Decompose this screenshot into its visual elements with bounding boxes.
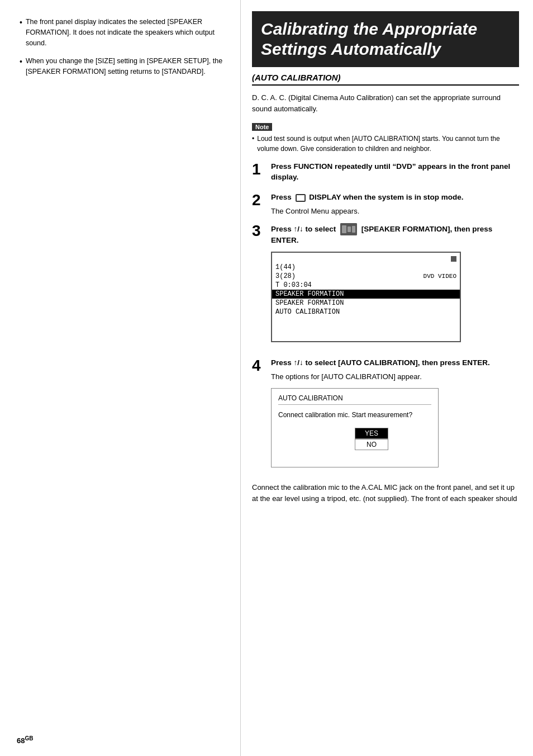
right-column: Calibrating the Appropriate Settings Aut… <box>240 0 533 756</box>
step-4-number: 4 <box>252 358 265 374</box>
cal-buttons: YES NO <box>312 428 431 450</box>
left-column: The front panel display indicates the se… <box>0 0 240 756</box>
display-line-2-right: DVD VIDEO <box>423 273 456 280</box>
cal-yes-btn[interactable]: YES <box>355 428 388 439</box>
auto-calibration-box: AUTO CALIBRATION Connect calibration mic… <box>271 388 439 467</box>
tv-display-box: 1(44) 3(28) DVD VIDEO T 0:03:04 SPEAKER … <box>271 252 461 342</box>
display-top-bar <box>272 255 460 263</box>
step-4-text: Press ↑/↓ to select [AUTO CALIBRATION], … <box>271 358 519 368</box>
display-line-5: SPEAKER FORMATION <box>275 299 456 307</box>
step-2-number: 2 <box>252 192 265 208</box>
display-row-4: SPEAKER FORMATION <box>272 290 460 299</box>
step-1-number: 1 <box>252 162 265 177</box>
step-3: 3 Press ↑/↓ to select [SPEAKER FORMATION… <box>252 223 519 351</box>
list-item: The front panel display indicates the se… <box>20 17 226 48</box>
step-1: 1 Press FUNCTION repeatedly until “DVD” … <box>252 162 519 186</box>
page-number: 68GB <box>17 735 33 745</box>
svg-rect-2 <box>348 226 351 232</box>
display-indicator <box>451 256 456 262</box>
bottom-text: Connect the calibration mic to the A.CAL… <box>252 482 519 504</box>
intro-text: D. C. A. C. (Digital Cinema Auto Calibra… <box>252 92 519 115</box>
display-line-2-left: 3(28) <box>275 272 423 280</box>
bullet-text-2: When you change the [SIZE] setting in [S… <box>26 56 226 77</box>
step-2: 2 Press DISPLAY when the system is in st… <box>252 192 519 216</box>
step-4-sub: The options for [AUTO CALIBRATION] appea… <box>271 371 519 382</box>
step-2-text: Press DISPLAY when the system is in stop… <box>271 192 519 203</box>
list-item: When you change the [SIZE] setting in [S… <box>20 56 226 77</box>
display-icon <box>296 194 306 202</box>
display-row-2: 3(28) DVD VIDEO <box>272 272 460 281</box>
subtitle: (AUTO CALIBRATION) <box>252 73 519 86</box>
step-3-number: 3 <box>252 223 265 239</box>
display-row-6: AUTO CALIBRATION <box>272 308 460 316</box>
main-title: Calibrating the Appropriate Settings Aut… <box>261 19 510 59</box>
bullet-list: The front panel display indicates the se… <box>20 17 226 77</box>
note-box: Note Loud test sound is output when [AUT… <box>252 122 519 154</box>
display-row-5: SPEAKER FORMATION <box>272 299 460 308</box>
main-title-box: Calibrating the Appropriate Settings Aut… <box>252 11 519 67</box>
step-2-sub: The Control Menu appears. <box>271 206 519 217</box>
cal-box-text: Connect calibration mic. Start measureme… <box>278 410 431 420</box>
note-text: Loud test sound is output when [AUTO CAL… <box>252 134 519 154</box>
step-3-text: Press ↑/↓ to select [SPEAKER FORMATION],… <box>271 223 519 246</box>
svg-rect-3 <box>352 226 355 233</box>
bullet-text-1: The front panel display indicates the se… <box>26 17 226 48</box>
page-suffix: GB <box>25 735 33 741</box>
display-line-4: SPEAKER FORMATION <box>275 290 456 298</box>
display-row-1: 1(44) <box>272 263 460 272</box>
display-row-3: T 0:03:04 <box>272 281 460 290</box>
display-line-6: AUTO CALIBRATION <box>275 308 456 316</box>
step-4: 4 Press ↑/↓ to select [AUTO CALIBRATION]… <box>252 358 519 475</box>
display-line-1: 1(44) <box>275 263 456 271</box>
note-label: Note <box>252 123 272 131</box>
cal-box-title: AUTO CALIBRATION <box>278 394 431 405</box>
speaker-formation-icon <box>340 223 357 235</box>
step-1-text: Press FUNCTION repeatedly until “DVD” ap… <box>271 162 519 183</box>
display-line-3: T 0:03:04 <box>275 281 456 289</box>
svg-rect-1 <box>342 225 346 233</box>
cal-no-btn[interactable]: NO <box>355 439 388 450</box>
